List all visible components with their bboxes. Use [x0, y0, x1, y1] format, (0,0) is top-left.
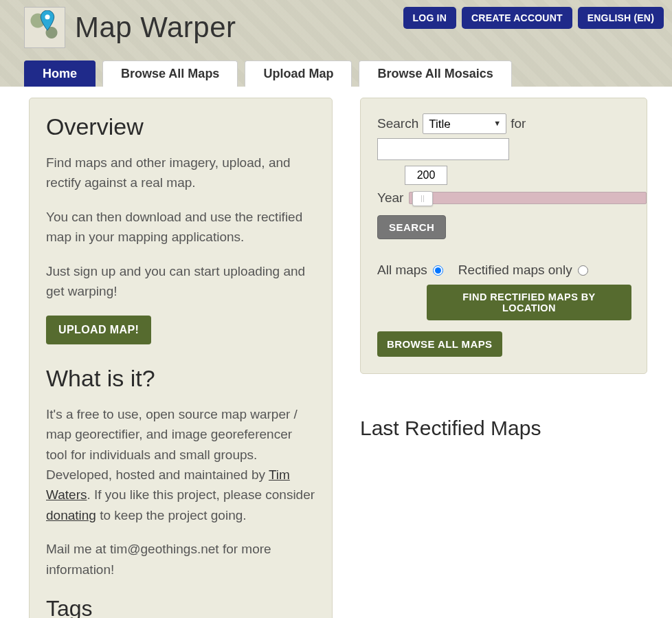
rectified-only-label: Rectified maps only — [458, 263, 572, 278]
tab-browse-maps[interactable]: Browse All Maps — [102, 60, 238, 87]
overview-panel: Overview Find maps and other imagery, up… — [29, 98, 333, 618]
create-account-button[interactable]: CREATE ACCOUNT — [462, 7, 572, 29]
for-label: for — [511, 116, 526, 131]
login-button[interactable]: LOG IN — [403, 7, 456, 29]
whatis-p2: Mail me at tim@geothings.net for more in… — [46, 539, 315, 580]
language-button[interactable]: ENGLISH (EN) — [578, 7, 664, 29]
main-tabs: Home Browse All Maps Upload Map Browse A… — [24, 60, 512, 87]
all-maps-radio[interactable] — [433, 265, 443, 276]
last-rectified-heading: Last Rectified Maps — [360, 417, 647, 440]
tab-home[interactable]: Home — [24, 60, 96, 87]
overview-p1: Find maps and other imagery, upload, and… — [46, 153, 315, 193]
whatis-heading: What is it? — [46, 365, 315, 392]
site-title: Map Warper — [75, 11, 236, 44]
all-maps-label: All maps — [377, 263, 427, 278]
year-label: Year — [377, 190, 403, 206]
map-pin-icon — [40, 10, 55, 31]
svg-point-0 — [45, 14, 49, 19]
tab-upload-map[interactable]: Upload Map — [245, 60, 352, 87]
search-button[interactable]: SEARCH — [377, 215, 446, 239]
year-input[interactable] — [405, 166, 447, 185]
header: Map Warper LOG IN CREATE ACCOUNT ENGLISH… — [0, 0, 672, 87]
donating-link[interactable]: donating — [46, 508, 96, 522]
overview-p3: Just sign up and you can start uploading… — [46, 261, 315, 302]
search-label: Search — [377, 116, 418, 131]
search-panel: Search Title ▼ for Year SEARCH — [360, 98, 647, 374]
overview-p2: You can then download and use the rectif… — [46, 207, 315, 247]
tab-browse-mosaics[interactable]: Browse All Mosaics — [359, 60, 511, 87]
site-logo[interactable] — [24, 7, 65, 48]
rectified-only-radio[interactable] — [578, 265, 588, 276]
tags-heading: Tags — [46, 596, 315, 618]
browse-all-maps-button[interactable]: BROWSE ALL MAPS — [377, 331, 502, 357]
overview-heading: Overview — [46, 113, 315, 140]
whatis-p1: It's a free to use, open source map warp… — [46, 404, 315, 526]
search-field-select[interactable]: Title — [423, 113, 506, 134]
upload-map-button[interactable]: UPLOAD MAP! — [46, 316, 151, 344]
year-slider-thumb[interactable] — [412, 191, 433, 206]
search-text-input[interactable] — [377, 138, 509, 160]
find-rectified-button[interactable]: FIND RECTIFIED MAPS BY LOCATION — [427, 285, 631, 320]
year-slider[interactable] — [409, 192, 647, 204]
